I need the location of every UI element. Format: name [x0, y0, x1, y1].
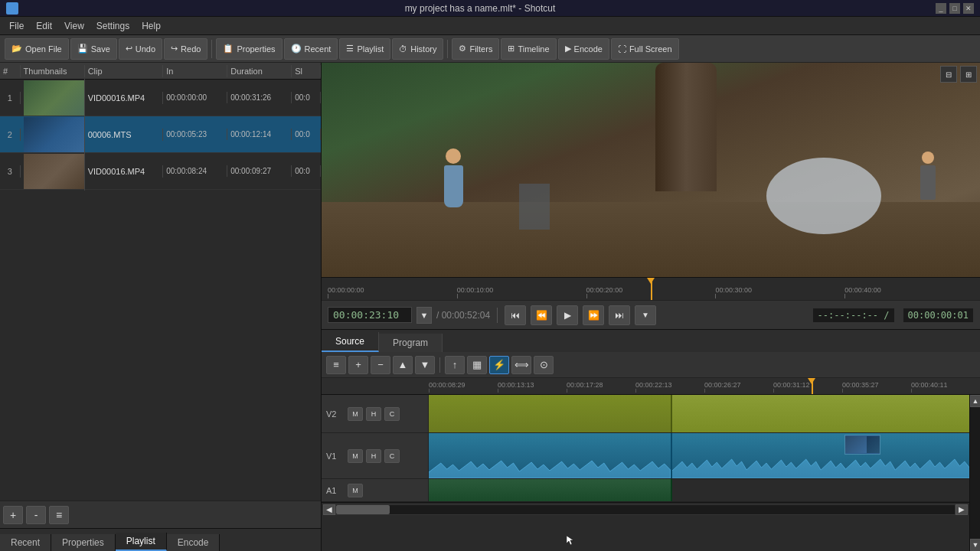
- encode-button[interactable]: ▶ Encode: [558, 38, 609, 60]
- scene-person: [440, 148, 467, 217]
- ripple-all-button[interactable]: ⟺: [511, 356, 531, 374]
- v1-track-content[interactable]: 00006.MTS: [429, 433, 969, 478]
- tl-sep: [439, 357, 440, 373]
- loop-toggle-button[interactable]: ▼: [635, 305, 656, 325]
- tl-line-0: [429, 389, 430, 393]
- zoom-out-button[interactable]: ⊟: [940, 66, 957, 83]
- skip-to-start-button[interactable]: ⏮: [505, 305, 526, 325]
- properties-button[interactable]: 📋 Properties: [216, 38, 282, 60]
- snap-button[interactable]: ⊙: [534, 356, 554, 374]
- v1-second-clip[interactable]: 00006.MTS: [672, 433, 969, 478]
- playlist-row-2[interactable]: 2 00006.MTS 00:00:05:23 00:00:12:14 00:0: [0, 116, 321, 153]
- timecode-spinner[interactable]: ▼: [416, 307, 432, 324]
- v1-main-clip[interactable]: [429, 433, 672, 478]
- scene-person-2: [909, 152, 947, 213]
- add-clip-button[interactable]: +: [3, 506, 23, 524]
- zoom-in-button[interactable]: ⊞: [960, 66, 977, 83]
- scene-ground: [322, 202, 980, 277]
- scroll-down-button[interactable]: ▼: [970, 539, 980, 551]
- menu-help[interactable]: Help: [136, 19, 167, 33]
- redo-button[interactable]: ↪ Redo: [164, 38, 207, 60]
- tab-properties[interactable]: Properties: [51, 534, 116, 551]
- in-out-timecode: --:--:--:-- /: [812, 308, 895, 323]
- track-down-button[interactable]: ▼: [415, 356, 435, 374]
- filters-button[interactable]: ⚙ Filters: [452, 38, 499, 60]
- a1-track-content[interactable]: [429, 479, 969, 501]
- a1-clip[interactable]: [429, 479, 672, 501]
- scroll-left-button[interactable]: ◀: [323, 504, 335, 515]
- col-num-header: #: [0, 65, 21, 77]
- append-button[interactable]: ▦: [467, 356, 487, 374]
- scroll-up-button[interactable]: ▲: [970, 395, 980, 407]
- title-bar: my project has a name.mlt* - Shotcut _ □…: [0, 0, 980, 17]
- waveform-svg-1: [429, 457, 671, 478]
- timeline-area: ≡ + − ▲ ▼ ↑ ▦ ⚡ ⟺ ⊙ 00:00:08:29: [322, 352, 980, 551]
- thumb-3-image: [24, 154, 85, 189]
- step-forward-button[interactable]: ⏩: [583, 305, 604, 325]
- v2-composite-button[interactable]: C: [384, 407, 400, 421]
- mts-clip[interactable]: 00006.MTS: [844, 435, 880, 455]
- row2-s: 00:0: [292, 129, 321, 140]
- menu-edit[interactable]: Edit: [30, 19, 58, 33]
- ruler-line-4: [844, 294, 845, 298]
- scroll-right-button[interactable]: ▶: [956, 504, 968, 515]
- tab-encode[interactable]: Encode: [167, 534, 220, 551]
- thumb-1-inner: [24, 80, 85, 116]
- horizontal-scrollbar[interactable]: [335, 504, 956, 515]
- fullscreen-button[interactable]: ⛶ Full Screen: [611, 38, 679, 60]
- v2-mute-button[interactable]: M: [348, 407, 363, 421]
- maximize-button[interactable]: □: [949, 3, 960, 14]
- play-button[interactable]: ▶: [557, 305, 578, 325]
- mts-thumb-1: [845, 436, 867, 453]
- v2-track-content[interactable]: [429, 395, 969, 432]
- v-scroll-track[interactable]: [970, 407, 980, 539]
- v1-composite-button[interactable]: C: [384, 449, 400, 463]
- v1-hide-button[interactable]: H: [366, 449, 381, 463]
- save-button[interactable]: 💾 Save: [70, 38, 117, 60]
- close-button[interactable]: ✕: [963, 3, 974, 14]
- timeline-menu-button[interactable]: ≡: [326, 356, 346, 374]
- v2-clip-1[interactable]: [429, 395, 672, 432]
- tab-source[interactable]: Source: [322, 332, 379, 352]
- v1-mute-button[interactable]: M: [348, 449, 363, 463]
- open-file-button[interactable]: 📂 Open File: [5, 38, 69, 60]
- v2-track-header: V2 M H C: [322, 395, 429, 432]
- a1-mute-button[interactable]: M: [348, 484, 363, 497]
- skip-to-end-button[interactable]: ⏭: [609, 305, 630, 325]
- left-panel: # Thumbnails Clip In Duration Sl 1 VID00…: [0, 63, 322, 551]
- history-button[interactable]: ⏱ History: [392, 38, 443, 60]
- tab-program[interactable]: Program: [379, 334, 443, 352]
- playlist-row-3[interactable]: 3 VID00016.MP4 00:00:08:24 00:00:09:27 0…: [0, 153, 321, 190]
- remove-clip-button[interactable]: -: [26, 506, 46, 524]
- v2-hide-button[interactable]: H: [366, 407, 381, 421]
- menu-view[interactable]: View: [58, 19, 90, 33]
- step-back-button[interactable]: ⏪: [531, 305, 552, 325]
- minimize-button[interactable]: _: [936, 3, 946, 14]
- current-timecode[interactable]: 00:00:23:10: [328, 307, 412, 323]
- playlist-row-1[interactable]: 1 VID00016.MP4 00:00:00:00 00:00:31:26 0…: [0, 80, 321, 116]
- lift-button[interactable]: ↑: [445, 356, 465, 374]
- tl-line-3: [635, 389, 636, 393]
- playlist-button[interactable]: ☰ Playlist: [339, 38, 390, 60]
- ripple-button[interactable]: ⚡: [489, 356, 509, 374]
- remove-track-button[interactable]: −: [371, 356, 390, 374]
- person2-head: [922, 152, 934, 164]
- tab-playlist[interactable]: Playlist: [116, 533, 167, 551]
- scroll-thumb[interactable]: [336, 505, 390, 514]
- add-track-button[interactable]: +: [348, 356, 368, 374]
- tab-recent[interactable]: Recent: [0, 534, 51, 551]
- track-up-button[interactable]: ▲: [393, 356, 413, 374]
- menu-file[interactable]: File: [3, 19, 30, 33]
- recent-button[interactable]: 🕐 Recent: [284, 38, 338, 60]
- filter-icon: ⚙: [459, 44, 466, 54]
- col-thumb-header: Thumbnails: [21, 65, 85, 77]
- playlist-menu-button[interactable]: ≡: [49, 506, 69, 524]
- undo-button[interactable]: ↩ Undo: [119, 38, 162, 60]
- timeline-button[interactable]: ⊞ Timeline: [501, 38, 556, 60]
- menu-settings[interactable]: Settings: [90, 19, 136, 33]
- tl-line-4: [704, 389, 705, 393]
- timeline-ruler-content: 00:00:08:29 00:00:13:13 00:00:17:28 00:0…: [322, 381, 980, 394]
- v2-clip-2[interactable]: [672, 395, 969, 432]
- v1-label: V1: [326, 452, 345, 461]
- row1-duration: 00:00:31:26: [227, 92, 292, 103]
